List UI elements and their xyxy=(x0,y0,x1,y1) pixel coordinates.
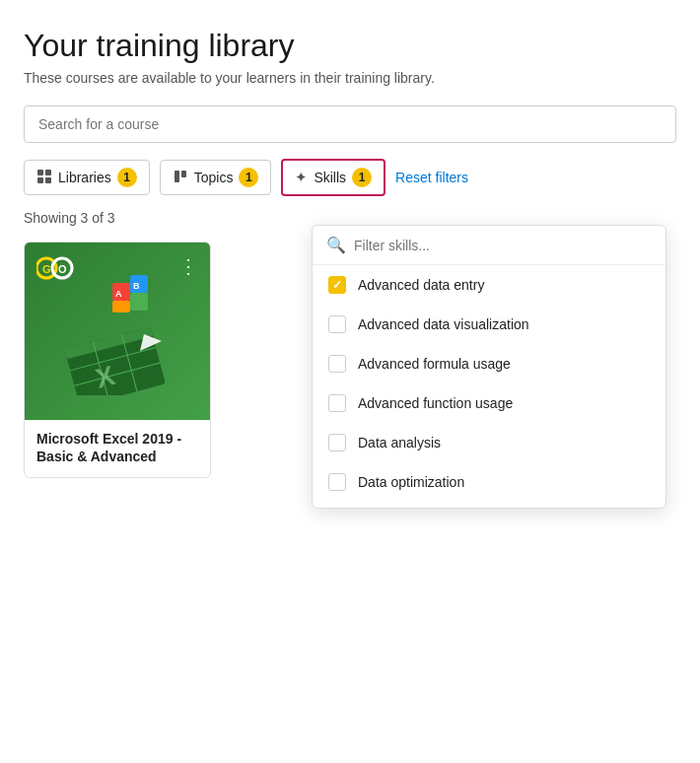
skill-item-3[interactable]: Advanced function usage xyxy=(313,383,665,423)
skill-label-4: Data analysis xyxy=(358,435,441,451)
skill-checkbox-2[interactable] xyxy=(328,355,346,373)
skill-checkbox-0[interactable]: ✓ xyxy=(328,276,346,294)
skills-dropdown: 🔍 ✓ Advanced data entry Advanced data vi… xyxy=(312,225,666,509)
skills-filter-button[interactable]: ✦ Skills 1 xyxy=(281,159,385,196)
card-menu-button[interactable]: ⋮ xyxy=(178,254,200,278)
topics-label: Topics xyxy=(194,170,234,185)
skill-label-3: Advanced function usage xyxy=(358,395,513,411)
page-subtitle: These courses are available to your lear… xyxy=(24,70,676,86)
topics-filter-button[interactable]: Topics 1 xyxy=(160,160,272,195)
search-input[interactable] xyxy=(24,105,676,143)
svg-rect-0 xyxy=(37,170,43,175)
skills-label: Skills xyxy=(314,170,346,185)
showing-count: Showing 3 of 3 xyxy=(24,210,676,226)
skill-checkbox-4[interactable] xyxy=(328,434,346,451)
course-card-title: Microsoft Excel 2019 - Basic & Advanced xyxy=(36,430,198,465)
svg-rect-21 xyxy=(112,301,130,312)
skill-item-4[interactable]: Data analysis xyxy=(313,423,665,462)
skill-item-0[interactable]: ✓ Advanced data entry xyxy=(313,265,665,305)
skills-icon: ✦ xyxy=(295,169,308,186)
dropdown-search-container: 🔍 xyxy=(313,226,665,265)
libraries-badge: 1 xyxy=(117,168,137,187)
skill-item-5[interactable]: Data optimization xyxy=(313,462,665,502)
skill-item-1[interactable]: Advanced data visualization xyxy=(313,305,665,344)
libraries-filter-button[interactable]: Libraries 1 xyxy=(24,160,150,195)
svg-rect-4 xyxy=(175,171,179,182)
skill-checkbox-1[interactable] xyxy=(328,315,346,333)
course-logo: G O xyxy=(36,254,80,282)
skills-badge: 1 xyxy=(352,168,372,187)
libraries-label: Libraries xyxy=(58,170,111,185)
svg-rect-20 xyxy=(130,293,148,311)
skill-label-1: Advanced data visualization xyxy=(358,316,529,332)
svg-text:O: O xyxy=(58,263,67,275)
topics-badge: 1 xyxy=(239,168,258,187)
filter-row: Libraries 1 Topics 1 ✦ Skills 1 Reset fi… xyxy=(24,159,676,196)
svg-text:A: A xyxy=(115,289,122,299)
svg-text:B: B xyxy=(133,281,140,291)
libraries-icon xyxy=(36,169,52,187)
checkmark-0: ✓ xyxy=(332,278,342,292)
dropdown-search-icon: 🔍 xyxy=(326,236,346,254)
svg-rect-2 xyxy=(37,177,43,183)
svg-rect-1 xyxy=(45,170,51,175)
skill-checkbox-5[interactable] xyxy=(328,473,346,491)
course-card-image: G O ⋮ X xyxy=(25,243,210,420)
skill-label-5: Data optimization xyxy=(358,474,464,490)
svg-text:G: G xyxy=(42,263,51,275)
skill-checkbox-3[interactable] xyxy=(328,394,346,412)
page-title: Your training library xyxy=(24,28,676,64)
course-card: G O ⋮ X xyxy=(24,242,211,478)
svg-rect-5 xyxy=(181,171,186,177)
reset-filters-button[interactable]: Reset filters xyxy=(395,170,468,185)
skill-label-2: Advanced formula usage xyxy=(358,356,511,372)
skill-item-2[interactable]: Advanced formula usage xyxy=(313,344,665,383)
skills-search-input[interactable] xyxy=(354,238,652,253)
excel-illustration: X A B xyxy=(53,267,181,395)
skill-label-0: Advanced data entry xyxy=(358,277,484,293)
topics-icon xyxy=(173,169,188,187)
svg-rect-3 xyxy=(45,177,51,183)
course-card-body: Microsoft Excel 2019 - Basic & Advanced xyxy=(25,420,210,477)
page-container: Your training library These courses are … xyxy=(0,0,700,763)
